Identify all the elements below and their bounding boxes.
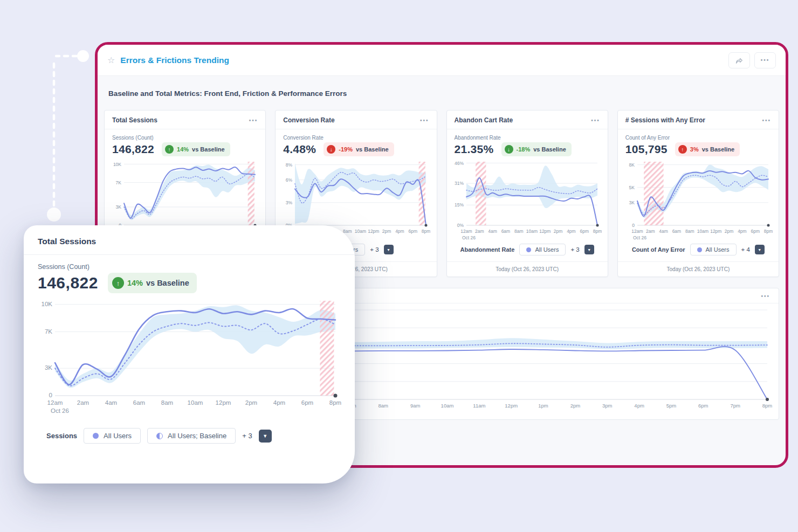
- popup-legend: Sessions All Users All Users; Baseline +…: [24, 420, 355, 444]
- svg-text:6am: 6am: [672, 229, 681, 234]
- favorite-star-icon[interactable]: ☆: [107, 55, 115, 65]
- card-more-icon[interactable]: •••: [249, 118, 258, 123]
- svg-text:6pm: 6pm: [698, 403, 708, 409]
- svg-text:4am: 4am: [659, 229, 668, 234]
- card-title: # Sessions with Any Error: [625, 116, 705, 124]
- more-menu-button[interactable]: •••: [754, 52, 776, 68]
- metric-block: Conversion Rate 4.48% -19% vs Baseline: [276, 129, 436, 156]
- svg-text:7K: 7K: [116, 180, 122, 185]
- legend-dropdown-button[interactable]: ▼: [384, 245, 394, 254]
- svg-text:10K: 10K: [113, 162, 121, 167]
- svg-text:46%: 46%: [454, 161, 463, 166]
- popup-title: Total Sessions: [38, 237, 96, 246]
- badge-percent: -18%: [517, 146, 531, 153]
- svg-text:8pm: 8pm: [329, 399, 341, 406]
- legend-dropdown-button[interactable]: ▼: [584, 245, 594, 254]
- share-forward-icon: [735, 57, 744, 64]
- legend-pill-all-users-baseline[interactable]: All Users; Baseline: [147, 428, 236, 444]
- metric-block: Abandonment Rate 21.35% -18% vs Baseline: [447, 129, 608, 156]
- svg-text:5pm: 5pm: [666, 403, 677, 409]
- header-actions: •••: [728, 52, 776, 68]
- dashboard-title[interactable]: Errors & Frictions Trending: [120, 56, 229, 65]
- badge-percent: 14%: [177, 146, 189, 153]
- svg-text:2pm: 2pm: [553, 229, 562, 234]
- card-more-icon[interactable]: •••: [591, 118, 600, 123]
- metric-label: Count of Any Error: [625, 135, 771, 141]
- svg-text:10am: 10am: [355, 229, 366, 234]
- card-more-icon[interactable]: •••: [420, 118, 429, 123]
- svg-text:12pm: 12pm: [505, 403, 518, 409]
- svg-text:11am: 11am: [473, 403, 485, 409]
- metric-label: Sessions (Count): [38, 263, 341, 271]
- card-title: Conversion Rate: [283, 116, 334, 124]
- baseline-badge: 14% vs Baseline: [162, 142, 230, 156]
- svg-text:12pm: 12pm: [710, 229, 721, 234]
- svg-text:2pm: 2pm: [245, 399, 257, 406]
- badge-percent: 3%: [690, 146, 699, 153]
- svg-text:6am: 6am: [501, 229, 510, 234]
- series-half-dot-icon: [156, 433, 163, 439]
- metric-label: Conversion Rate: [283, 135, 429, 141]
- total-sessions-popup: Total Sessions Sessions (Count) 146,822 …: [24, 225, 355, 483]
- legend-pill-all-users[interactable]: All Users: [519, 244, 566, 255]
- svg-text:4pm: 4pm: [273, 399, 285, 406]
- metric-block: Count of Any Error 105,795 3% vs Baselin…: [618, 129, 779, 156]
- svg-text:6%: 6%: [286, 177, 293, 183]
- arrow-up-icon: [112, 277, 124, 289]
- legend-label: Abandonment Rate: [460, 246, 515, 253]
- svg-text:4pm: 4pm: [634, 403, 644, 409]
- dashboard-header: ☆ Errors & Frictions Trending •••: [98, 45, 786, 76]
- svg-text:8am: 8am: [514, 229, 523, 234]
- svg-text:6am: 6am: [133, 399, 145, 406]
- metric-value: 146,822: [38, 274, 98, 292]
- popup-chart-total-sessions: 03K7K10K12am2am4am6am8am10am12pm2pm4pm6p…: [24, 293, 355, 420]
- legend-dropdown-button[interactable]: ▼: [755, 245, 765, 254]
- card-more-icon[interactable]: •••: [762, 118, 771, 123]
- svg-text:4pm: 4pm: [738, 229, 747, 234]
- mini-chart-abandon-cart: 0%15%31%46%12am2am4am6am8am10am12pm2pm4p…: [447, 156, 608, 243]
- badge-suffix: vs Baseline: [533, 146, 566, 153]
- legend-pill-all-users[interactable]: All Users: [84, 428, 141, 444]
- svg-text:6pm: 6pm: [580, 229, 589, 234]
- svg-text:0: 0: [49, 392, 52, 398]
- svg-text:8am: 8am: [379, 403, 389, 409]
- metric-value: 105,795: [625, 143, 668, 156]
- badge-suffix: vs Baseline: [356, 146, 389, 153]
- svg-text:12am: 12am: [631, 229, 643, 234]
- arrow-down-icon: [505, 145, 513, 154]
- svg-text:3K: 3K: [45, 364, 52, 371]
- badge-suffix: vs Baseline: [192, 146, 225, 153]
- legend-dropdown-button[interactable]: ▼: [259, 430, 272, 443]
- svg-text:9am: 9am: [410, 403, 421, 409]
- legend-more-count: + 3: [242, 432, 252, 440]
- baseline-badge: -19% vs Baseline: [324, 142, 394, 156]
- svg-text:2am: 2am: [77, 399, 89, 406]
- legend-pill-all-users[interactable]: All Users: [690, 244, 737, 255]
- series-dot-icon: [93, 433, 99, 439]
- card-header: Abandon Cart Rate •••: [447, 110, 608, 129]
- svg-text:8pm: 8pm: [762, 403, 773, 409]
- svg-text:3K: 3K: [629, 200, 635, 205]
- panel-more-icon[interactable]: •••: [761, 293, 770, 299]
- legend-label: Sessions: [46, 432, 77, 440]
- svg-text:2pm: 2pm: [382, 229, 391, 234]
- series-dot-icon: [697, 247, 702, 252]
- card-abandon-cart-rate: Abandon Cart Rate ••• Abandonment Rate 2…: [446, 110, 608, 277]
- svg-text:2pm: 2pm: [725, 229, 734, 234]
- card-header: Conversion Rate •••: [276, 110, 436, 129]
- svg-text:10am: 10am: [188, 399, 203, 406]
- svg-text:31%: 31%: [454, 181, 463, 186]
- metric-label: Abandonment Rate: [455, 135, 600, 141]
- svg-text:Oct 26: Oct 26: [51, 407, 69, 414]
- svg-text:1pm: 1pm: [538, 403, 548, 409]
- svg-text:8K: 8K: [629, 162, 635, 168]
- share-button[interactable]: [728, 52, 750, 68]
- badge-percent: -19%: [339, 146, 353, 153]
- baseline-badge: -18% vs Baseline: [501, 142, 572, 156]
- badge-suffix: vs Baseline: [702, 146, 735, 153]
- svg-text:4am: 4am: [488, 229, 497, 234]
- svg-text:Oct 26: Oct 26: [633, 235, 646, 240]
- svg-text:6pm: 6pm: [409, 229, 418, 234]
- card-caption: Today (Oct 26, 2023 UTC): [447, 261, 608, 277]
- svg-text:2pm: 2pm: [570, 403, 581, 409]
